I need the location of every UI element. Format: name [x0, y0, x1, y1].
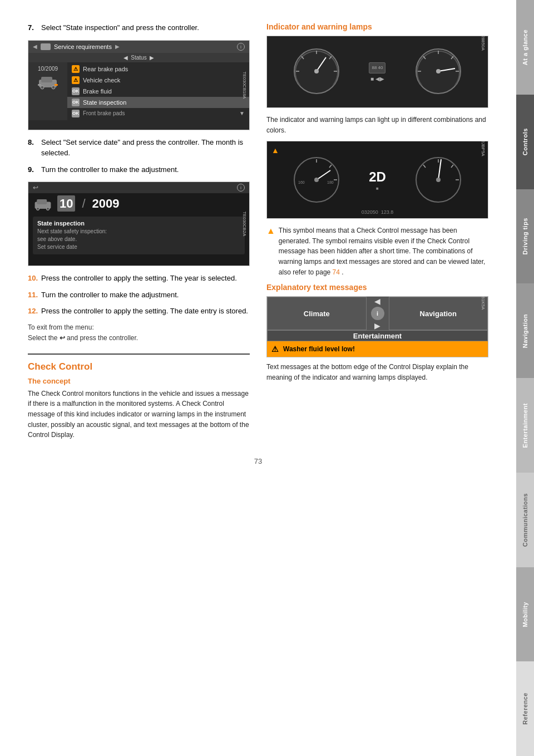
service-icon: [41, 43, 51, 50]
explanatory-heading: Explanatory text messages: [266, 283, 488, 292]
gear-d-indicator: 2D ■: [369, 169, 386, 191]
check-control-body: The Check Control monitors functions in …: [28, 389, 250, 440]
expl-menu-grid: Climate ◀ i ▶ Navigation Entertainment: [267, 297, 488, 341]
step-7-number: 7.: [28, 22, 38, 33]
step-12: 12. Press the controller to apply the se…: [28, 306, 250, 317]
badge-warn-2: ⚠: [72, 76, 80, 84]
date-header: ↩ i: [28, 182, 249, 193]
tab-navigation[interactable]: Navigation: [516, 283, 534, 378]
step-12-number: 12.: [28, 306, 38, 317]
center-nav-icons: ◀ i ▶: [367, 297, 389, 330]
cluster2-right-gauge: [413, 155, 463, 205]
svc-item-vehicle-check: ⚠ Vehicle check: [67, 75, 249, 86]
svg-point-9: [46, 207, 49, 210]
exit-line3: and press the controller.: [67, 334, 138, 342]
page-number: 73: [28, 457, 488, 477]
step-9-number: 9.: [28, 164, 38, 175]
svg-point-40: [436, 178, 441, 182]
tab-driving-tips[interactable]: Driving tips: [516, 189, 534, 284]
svc-item-rear-brake: ⚠ Rear brake pads: [67, 63, 249, 75]
svg-text:160: 160: [298, 180, 305, 184]
cluster2-left-gauge: 160 180: [291, 155, 342, 205]
tab-controls[interactable]: Controls: [516, 95, 534, 189]
tab-communications[interactable]: Communications: [516, 473, 534, 567]
step-11: 11. Turn the controller to make the adju…: [28, 289, 250, 301]
svg-rect-1: [41, 77, 52, 82]
badge-ok-5: OK: [72, 110, 80, 117]
main-content: 7. Select "State inspection" and press t…: [0, 0, 516, 756]
tab-reference[interactable]: Reference: [516, 661, 534, 756]
exit-line1: To exit from the menu:: [28, 323, 94, 331]
svc-right-panel: ⚠ Rear brake pads ⚠ Vehicle check OK Bra…: [67, 62, 249, 120]
svg-point-2: [41, 86, 44, 89]
cluster-gauges-1: 88 40 ■ ◀▶: [278, 46, 477, 98]
date-slash: /: [82, 197, 85, 211]
explanatory-caption: Text messages at the bottom edge of the …: [266, 362, 488, 382]
badge-ok-3: OK: [72, 87, 80, 95]
tab-mobility[interactable]: Mobility: [516, 567, 534, 662]
two-column-layout: 7. Select "State inspection" and press t…: [28, 22, 488, 446]
svg-text:180: 180: [327, 180, 334, 184]
svc-sub-right: ▶: [148, 55, 154, 61]
step-8: 8. Select "Set service date" and press t…: [28, 137, 250, 159]
warning-note-text: This symbol means that a Check Control m…: [279, 225, 488, 277]
svg-point-31: [314, 178, 319, 182]
drive-mode-label: ■: [376, 186, 379, 191]
odometer-display: 032050 123.8: [362, 209, 394, 215]
info-circle-icon: i: [371, 307, 384, 320]
navigation-menu-item: Navigation: [389, 297, 488, 330]
step-10-number: 10.: [28, 273, 38, 284]
warn-triangle-icon: ▲: [266, 226, 275, 277]
badge-ok-4: OK: [72, 99, 80, 106]
date-year: 2009: [92, 197, 120, 211]
date-selected-num: 10: [57, 197, 75, 211]
media-icon: ■ ◀▶: [370, 76, 384, 82]
see-above-date: see above date.: [37, 235, 240, 243]
entertainment-menu-item: Entertainment: [267, 330, 488, 341]
expl-warn-icon: ⚠: [271, 345, 279, 354]
svc-left-panel: 10/2009: [28, 62, 67, 120]
indicator-caption: The indicator and warning lamps can ligh…: [266, 115, 488, 135]
tab-entertainment[interactable]: Entertainment: [516, 378, 534, 473]
scroll-indicator: ▼: [239, 110, 245, 116]
info-icon: i: [237, 43, 245, 51]
svc-right-arrow: ▶: [115, 43, 120, 50]
svc-label-4: State inspection: [83, 99, 126, 106]
svc-header-title: ◀ Service requirements ▶: [33, 43, 120, 50]
tachometer-svg: [413, 46, 463, 96]
screenshot-sid-2: TE030CB2A: [242, 212, 247, 236]
gear-letter-d: 2D: [369, 169, 386, 185]
date-info-section: State inspection Next state safety inspe…: [33, 217, 245, 254]
step-8-number: 8.: [28, 137, 38, 159]
step-11-text: Turn the controller to make the adjustme…: [41, 289, 250, 301]
tachometer-gauge: [413, 46, 463, 98]
step-8-text: Select "Set service date" and press the …: [41, 137, 250, 159]
instrument-cluster-1: 88 40 ■ ◀▶: [266, 36, 488, 108]
center-cluster-icons: 88 40 ■ ◀▶: [369, 62, 385, 82]
exit-arrow: ↩: [60, 334, 65, 342]
step-7-text: Select "State inspection" and press the …: [41, 22, 250, 33]
indicator-lamps-heading: Indicator and warning lamps: [266, 22, 488, 31]
date-car-icon: [33, 197, 53, 211]
service-requirements-screenshot: ◀ Service requirements ▶ i ◀ Status ▶: [28, 40, 250, 130]
date-body: 10 / 2009: [28, 193, 249, 214]
tab-bar: At a glance Controls Driving tips Naviga…: [516, 0, 534, 756]
climate-menu-item: Climate: [267, 297, 367, 330]
svc-req-display: ◀ Service requirements ▶ i ◀ Status ▶: [28, 41, 249, 130]
exit-line2: Select the: [28, 334, 57, 342]
section-divider: [28, 354, 250, 355]
screenshot-sid-4: YTG2JBP5A: [481, 141, 486, 156]
svc-item-front-brake: OK Front brake pads ▼: [67, 108, 249, 119]
svc-header-label: Service requirements: [54, 43, 112, 50]
date-screenshot: ↩ i 10 /: [28, 181, 250, 266]
exit-menu: To exit from the menu: Select the ↩ and …: [28, 322, 250, 343]
page-74-link[interactable]: 74: [333, 268, 340, 276]
set-service-date: Set service date: [37, 243, 240, 251]
tab-at-a-glance[interactable]: At a glance: [516, 0, 534, 95]
screenshot-sid-3: RC328850A: [481, 36, 486, 51]
svc-date: 10/2009: [38, 66, 58, 72]
speedometer-gauge: [291, 46, 342, 98]
svc-label-2: Vehicle check: [83, 77, 120, 84]
svc-header: ◀ Service requirements ▶ i: [28, 41, 249, 53]
step-9-text: Turn the controller to make the adjustme…: [41, 164, 250, 175]
